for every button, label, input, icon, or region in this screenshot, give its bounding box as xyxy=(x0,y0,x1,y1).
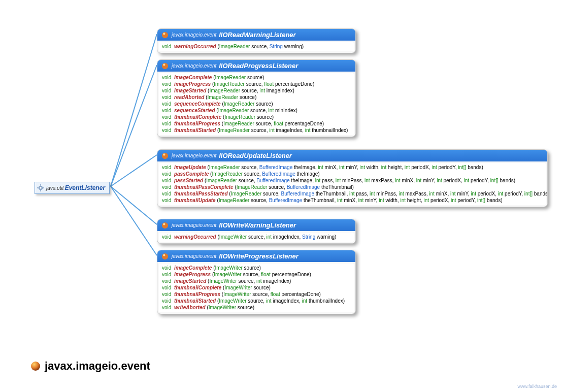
method-row[interactable]: void sequenceComplete (ImageReader sourc… xyxy=(161,101,352,107)
svg-rect-8 xyxy=(40,190,41,191)
interface-header[interactable]: javax.imageio.event.IIOReadProgressListe… xyxy=(157,60,355,72)
method-row[interactable]: void thumbnailPassStarted (ImageReader s… xyxy=(161,190,544,197)
method-row[interactable]: void passComplete (ImageReader source, B… xyxy=(161,171,544,177)
ball-icon xyxy=(30,361,41,371)
svg-line-3 xyxy=(111,186,157,224)
interface-package: javax.imageio.event. xyxy=(172,32,218,38)
method-row[interactable]: void sequenceStarted (ImageReader source… xyxy=(161,107,352,114)
method-row[interactable]: void thumbnailStarted (ImageWriter sourc… xyxy=(161,298,352,304)
method-row[interactable]: void passStarted (ImageReader source, Bu… xyxy=(161,177,544,184)
interface-name: IIOReadUpdateListener xyxy=(219,152,292,159)
interface-body: void imageUpdate (ImageReader source, Bu… xyxy=(159,163,546,205)
interface-body: void warningOccurred (ImageReader source… xyxy=(159,42,354,51)
interface-package: javax.imageio.event. xyxy=(172,253,218,259)
method-row[interactable]: void thumbnailComplete (ImageReader sour… xyxy=(161,114,352,120)
interface-header[interactable]: javax.imageio.event.IIOWriteProgressList… xyxy=(157,250,355,262)
interface-writeprog[interactable]: javax.imageio.event.IIOWriteProgressList… xyxy=(157,250,356,314)
method-row[interactable]: void imageComplete (ImageReader source) xyxy=(161,74,352,81)
method-row[interactable]: void readAborted (ImageReader source) xyxy=(161,94,352,101)
svg-line-0 xyxy=(111,34,157,186)
credit-text: www.falkhausen.de xyxy=(517,384,557,389)
svg-point-14 xyxy=(163,63,165,66)
svg-point-18 xyxy=(163,223,165,225)
interface-name: IIOWriteProgressListener xyxy=(219,252,299,260)
interface-writewarn[interactable]: javax.imageio.event.IIOWriteWarningListe… xyxy=(157,219,356,244)
method-row[interactable]: void imageStarted (ImageReader source, i… xyxy=(161,87,352,94)
svg-point-17 xyxy=(162,222,168,228)
svg-line-2 xyxy=(111,155,157,186)
svg-rect-7 xyxy=(40,184,41,186)
interface-name: IIOReadProgressListener xyxy=(219,62,298,70)
method-row[interactable]: void thumbnailUpdate (ImageReader source… xyxy=(161,197,544,204)
interface-body: void imageComplete (ImageReader source)v… xyxy=(159,73,354,135)
svg-point-16 xyxy=(163,153,165,155)
svg-point-20 xyxy=(163,254,165,256)
interface-body: void warningOccurred (ImageWriter source… xyxy=(159,233,354,242)
interface-body: void imageComplete (ImageWriter source)v… xyxy=(159,264,354,312)
svg-line-4 xyxy=(111,186,157,255)
interface-header[interactable]: javax.imageio.event.IIOWriteWarningListe… xyxy=(157,219,355,231)
svg-point-21 xyxy=(31,362,40,371)
method-row[interactable]: void imageProgress (ImageWriter source, … xyxy=(161,271,352,278)
method-row[interactable]: void imageComplete (ImageWriter source) xyxy=(161,265,352,271)
interface-name: IIOWriteWarningListener xyxy=(219,221,296,229)
interface-package: javax.imageio.event. xyxy=(172,153,218,158)
method-row[interactable]: void warningOccurred (ImageWriter source… xyxy=(161,234,352,240)
svg-point-12 xyxy=(163,32,165,35)
interface-header[interactable]: javax.imageio.event.IIOReadWarningListen… xyxy=(157,29,355,41)
svg-point-19 xyxy=(162,253,168,259)
method-row[interactable]: void imageStarted (ImageWriter source, i… xyxy=(161,278,352,284)
ball-icon xyxy=(161,222,169,229)
method-row[interactable]: void thumbnailProgress (ImageReader sour… xyxy=(161,120,352,127)
svg-point-11 xyxy=(162,31,168,38)
svg-point-6 xyxy=(40,187,42,189)
interface-package: javax.imageio.event. xyxy=(172,222,218,228)
ball-icon xyxy=(161,152,169,159)
method-row[interactable]: void imageProgress (ImageReader source, … xyxy=(161,81,352,87)
interface-name: IIOReadWarningListener xyxy=(219,31,295,39)
method-row[interactable]: void writeAborted (ImageWriter source) xyxy=(161,304,352,311)
root-classname: EventListener xyxy=(65,184,105,191)
method-row[interactable]: void imageUpdate (ImageReader source, Bu… xyxy=(161,164,544,171)
svg-line-1 xyxy=(111,65,157,186)
method-row[interactable]: void warningOccurred (ImageReader source… xyxy=(161,43,352,50)
ball-icon xyxy=(161,62,169,70)
interface-readwarn[interactable]: javax.imageio.event.IIOReadWarningListen… xyxy=(157,28,356,53)
svg-rect-10 xyxy=(43,187,44,188)
svg-point-15 xyxy=(162,152,168,158)
ball-icon xyxy=(161,31,169,39)
interface-readupd[interactable]: javax.imageio.event.IIOReadUpdateListene… xyxy=(157,149,548,207)
root-package: java.util. xyxy=(46,185,65,191)
diagram-title: javax.imageio.event xyxy=(30,360,150,373)
method-row[interactable]: void thumbnailPassComplete (ImageReader … xyxy=(161,184,544,190)
diagram-title-text: javax.imageio.event xyxy=(45,360,150,373)
interface-package: javax.imageio.event. xyxy=(172,63,218,69)
method-row[interactable]: void thumbnailProgress (ImageWriter sour… xyxy=(161,291,352,298)
svg-rect-9 xyxy=(37,187,39,188)
interface-readprog[interactable]: javax.imageio.event.IIOReadProgressListe… xyxy=(157,59,356,137)
svg-point-13 xyxy=(162,62,168,69)
gear-icon xyxy=(37,184,44,191)
root-node-eventlistener[interactable]: java.util. EventListener xyxy=(35,182,110,194)
method-row[interactable]: void thumbnailComplete (ImageWriter sour… xyxy=(161,284,352,291)
ball-icon xyxy=(161,253,169,260)
interface-header[interactable]: javax.imageio.event.IIOReadUpdateListene… xyxy=(157,150,547,161)
method-row[interactable]: void thumbnailStarted (ImageReader sourc… xyxy=(161,127,352,134)
